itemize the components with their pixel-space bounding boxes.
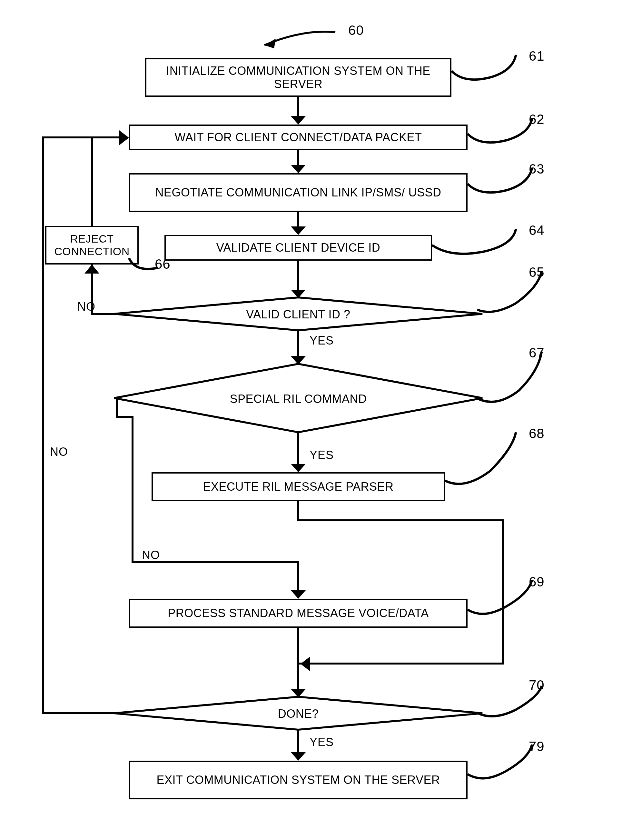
step-validate-text: VALIDATE CLIENT DEVICE ID — [216, 241, 381, 254]
edge — [91, 137, 93, 227]
step-reject-text: REJECT CONNECTION — [50, 232, 134, 258]
decision-done: DONE? — [113, 695, 484, 731]
ref-63: 63 — [529, 161, 544, 177]
edge — [297, 501, 299, 521]
edge — [42, 136, 44, 714]
step-execute-text: EXECUTE RIL MESSAGE PARSER — [203, 480, 393, 493]
edge — [299, 663, 504, 664]
step-initialize-text: INITIALIZE COMMUNICATION SYSTEM ON THE S… — [149, 64, 447, 91]
svg-marker-0 — [264, 39, 276, 48]
step-execute-ril: EXECUTE RIL MESSAGE PARSER — [152, 472, 445, 501]
step-wait-text: WAIT FOR CLIENT CONNECT/DATA PACKET — [175, 131, 422, 144]
step-negotiate: NEGOTIATE COMMUNICATION LINK IP/SMS/ USS… — [129, 173, 468, 212]
step-initialize: INITIALIZE COMMUNICATION SYSTEM ON THE S… — [145, 58, 451, 97]
step-process-standard: PROCESS STANDARD MESSAGE VOICE/DATA — [129, 599, 468, 628]
edge — [297, 97, 299, 119]
step-process-text: PROCESS STANDARD MESSAGE VOICE/DATA — [168, 606, 429, 620]
ref-swoosh-61 — [451, 52, 535, 87]
step-wait: WAIT FOR CLIENT CONNECT/DATA PACKET — [129, 125, 468, 150]
figure-ref-arrow — [245, 26, 342, 55]
decision-special-ril: SPECIAL RIL COMMAND — [113, 363, 484, 434]
label-no-3: NO — [50, 445, 68, 459]
ref-swoosh-68 — [445, 429, 535, 487]
step-negotiate-text: NEGOTIATE COMMUNICATION LINK IP/SMS/ USS… — [155, 186, 441, 199]
step-validate: VALIDATE CLIENT DEVICE ID — [165, 235, 432, 261]
ref-69: 69 — [529, 574, 544, 590]
ref-79: 79 — [529, 739, 544, 754]
ref-61: 61 — [529, 48, 544, 64]
decision-ril-text: SPECIAL RIL COMMAND — [113, 392, 484, 406]
edge — [297, 730, 299, 756]
edge — [297, 561, 299, 594]
edge — [131, 416, 134, 561]
label-no-2: NO — [142, 548, 160, 562]
ref-65: 65 — [529, 264, 544, 280]
decision-done-text: DONE? — [113, 707, 484, 721]
ref-swoosh-64 — [432, 226, 535, 261]
ref-67: 67 — [529, 345, 544, 360]
ref-66: 66 — [155, 257, 171, 272]
ref-64: 64 — [529, 223, 544, 238]
edge — [42, 712, 114, 714]
ref-70: 70 — [529, 677, 544, 693]
label-yes-1: YES — [309, 334, 334, 347]
label-yes-3: YES — [309, 736, 334, 749]
step-exit: EXIT COMMUNICATION SYSTEM ON THE SERVER — [129, 761, 468, 799]
edge — [116, 397, 118, 418]
edge — [42, 136, 122, 138]
edge — [297, 150, 299, 168]
figure-ref-number: 60 — [348, 23, 364, 38]
edge — [502, 519, 504, 664]
decision-valid-text: VALID CLIENT ID ? — [113, 308, 484, 321]
edge — [297, 330, 299, 359]
edge — [297, 432, 299, 467]
label-yes-2: YES — [309, 448, 334, 462]
ref-swoosh-65 — [477, 268, 561, 319]
flowchart-stage: 60 INITIALIZE COMMUNICATION SYSTEM ON TH… — [0, 0, 622, 840]
ref-68: 68 — [529, 426, 544, 441]
edge — [131, 561, 299, 563]
ref-62: 62 — [529, 111, 544, 127]
edge — [297, 261, 299, 293]
label-no-1: NO — [78, 300, 95, 313]
edge — [297, 212, 299, 230]
edge — [116, 416, 134, 418]
step-exit-text: EXIT COMMUNICATION SYSTEM ON THE SERVER — [157, 773, 440, 787]
step-reject: REJECT CONNECTION — [45, 226, 139, 264]
ref-swoosh-67 — [477, 348, 561, 410]
edge — [297, 519, 504, 521]
ref-swoosh-70 — [477, 684, 561, 722]
decision-valid-client: VALID CLIENT ID ? — [113, 296, 484, 331]
edge — [297, 628, 299, 692]
